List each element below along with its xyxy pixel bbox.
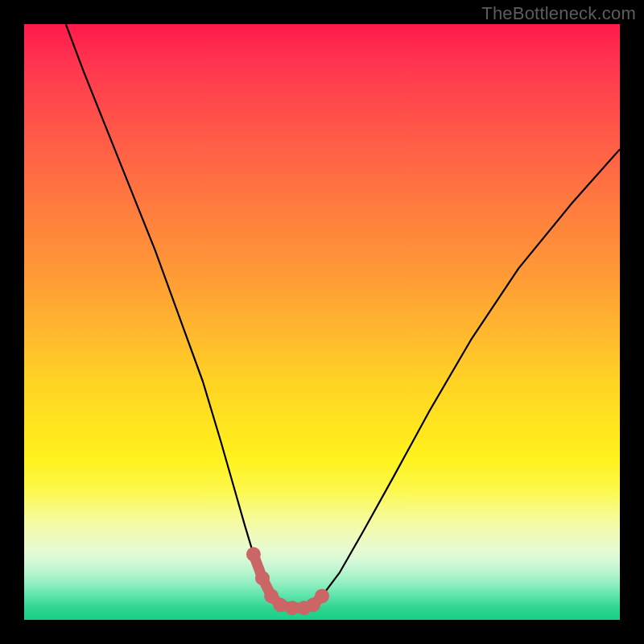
bottleneck-curve xyxy=(24,24,620,620)
plot-area xyxy=(24,24,620,620)
svg-point-1 xyxy=(255,571,270,585)
curve-path xyxy=(66,24,620,608)
chart-frame: TheBottleneck.com xyxy=(0,0,644,644)
watermark-text: TheBottleneck.com xyxy=(481,3,636,24)
svg-point-0 xyxy=(246,547,261,562)
svg-point-7 xyxy=(315,588,329,603)
optimal-markers xyxy=(246,547,329,616)
